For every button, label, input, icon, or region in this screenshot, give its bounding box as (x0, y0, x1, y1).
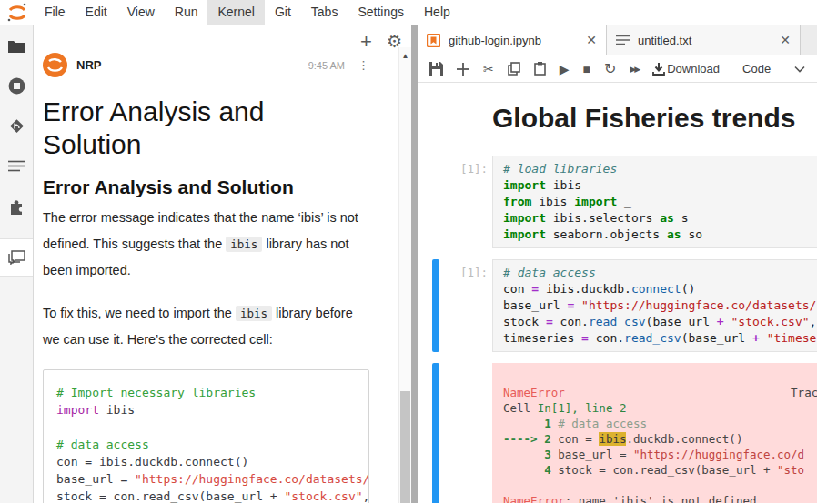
file-browser-icon[interactable] (0, 25, 33, 66)
activity-sidebar (0, 25, 34, 503)
close-tab-icon[interactable]: ✕ (586, 33, 597, 47)
menu-git[interactable]: Git (265, 0, 301, 25)
chat-panel-icon[interactable] (0, 238, 33, 277)
execution-count: [1]: (445, 156, 492, 248)
menu-items: File Edit View Run Kernel Git Tabs Setti… (35, 0, 460, 25)
tab-label: untitled.txt (638, 34, 691, 47)
git-icon[interactable] (0, 106, 33, 146)
execution-count: [1]: (445, 259, 492, 352)
menu-run[interactable]: Run (165, 0, 208, 25)
chat-paragraph-1: The error message indicates that the nam… (43, 205, 369, 284)
cell-editor[interactable]: # load librariesimport ibisfrom ibis imp… (492, 156, 817, 248)
menu-edit[interactable]: Edit (76, 0, 117, 25)
copy-cells-icon[interactable] (508, 62, 520, 76)
message-timestamp: 9:45 AM (308, 60, 345, 71)
run-cell-icon[interactable]: ▶ (560, 62, 570, 76)
cell-type-select[interactable]: Code (742, 62, 771, 76)
chat-heading-2: Error Analysis and Solution (43, 176, 369, 199)
text-file-icon (616, 35, 630, 45)
error-output-cell[interactable]: ----------------------------------------… (432, 363, 817, 503)
restart-kernel-icon[interactable]: ↻ (604, 60, 616, 77)
nrp-avatar (43, 53, 67, 77)
table-of-contents-icon[interactable] (0, 146, 33, 186)
app-logo (0, 0, 35, 25)
notebook-toolbar: ✂ ▶ ■ ↻ ▶▶ Download Code (418, 55, 817, 83)
scroll-up-icon[interactable]: ▲ (399, 47, 411, 60)
tab-bar: github-login.ipynb ✕ untitled.txt ✕ (418, 25, 817, 55)
menu-file[interactable]: File (35, 0, 76, 25)
chevron-down-icon[interactable] (794, 66, 805, 73)
code-cell-1[interactable]: [1]: # load librariesimport ibisfrom ibi… (432, 156, 817, 248)
menu-view[interactable]: View (117, 0, 165, 25)
download-button[interactable]: Download (652, 62, 720, 76)
close-tab-icon[interactable]: ✕ (780, 33, 791, 47)
chat-code-block: # Import necessary librariesimport ibis … (43, 369, 369, 503)
error-traceback: ----------------------------------------… (492, 363, 817, 503)
add-cell-icon[interactable] (457, 63, 469, 76)
menu-settings[interactable]: Settings (348, 0, 414, 25)
sender-name: NRP (76, 58, 101, 72)
save-icon[interactable] (429, 62, 443, 76)
download-label: Download (667, 62, 720, 76)
menu-kernel[interactable]: Kernel (207, 0, 264, 25)
chat-panel: + ⚙ NRP 9:45 AM ⋮ Error Analysis and Sol… (34, 25, 411, 503)
menubar: File Edit View Run Kernel Git Tabs Setti… (0, 0, 817, 25)
chat-code-content: # Import necessary librariesimport ibis … (56, 384, 368, 503)
menu-tabs[interactable]: Tabs (301, 0, 348, 25)
running-kernels-icon[interactable] (0, 66, 33, 106)
chat-heading-1: Error Analysis and Solution (43, 96, 369, 161)
menu-help[interactable]: Help (414, 0, 460, 25)
tab-notebook[interactable]: github-login.ipynb ✕ (418, 25, 607, 55)
new-chat-button[interactable]: + (360, 35, 372, 49)
cell-collapser[interactable] (432, 259, 439, 352)
tab-label: github-login.ipynb (449, 34, 541, 47)
output-prompt (445, 363, 492, 503)
chat-panel-header: + ⚙ (34, 25, 411, 51)
markdown-title[interactable]: Global Fisheries trends (492, 103, 817, 134)
cell-collapser[interactable] (432, 156, 439, 248)
notebook-content: Global Fisheries trends [1]: # load libr… (418, 83, 817, 503)
chat-message: NRP 9:45 AM ⋮ Error Analysis and Solutio… (34, 51, 411, 503)
jupyter-logo-icon (6, 2, 28, 24)
message-menu-kebab-icon[interactable]: ⋮ (354, 58, 369, 72)
chat-vertical-scrollbar[interactable]: ▲ (398, 47, 411, 503)
download-icon (652, 63, 665, 76)
interrupt-kernel-icon[interactable]: ■ (583, 62, 590, 76)
tab-text-file[interactable]: untitled.txt ✕ (607, 25, 801, 55)
scrollbar-thumb[interactable] (400, 391, 410, 503)
panel-splitter[interactable] (411, 25, 418, 503)
code-cell-2[interactable]: [1]: # data accesscon = ibis.duckdb.conn… (432, 259, 817, 352)
chat-paragraph-2: To fix this, we need to import the ibis … (43, 300, 369, 353)
document-panel: github-login.ipynb ✕ untitled.txt ✕ ✂ (418, 25, 817, 503)
extensions-icon[interactable] (0, 186, 33, 226)
chat-message-header: NRP 9:45 AM ⋮ (43, 53, 369, 77)
output-collapser[interactable] (432, 363, 439, 503)
cell-editor[interactable]: # data accesscon = ibis.duckdb.connect()… (492, 259, 817, 352)
restart-run-all-icon[interactable]: ▶▶ (630, 65, 639, 74)
paste-cells-icon[interactable] (534, 62, 546, 76)
notebook-file-icon (427, 34, 440, 47)
cut-cells-icon[interactable]: ✂ (483, 62, 494, 76)
